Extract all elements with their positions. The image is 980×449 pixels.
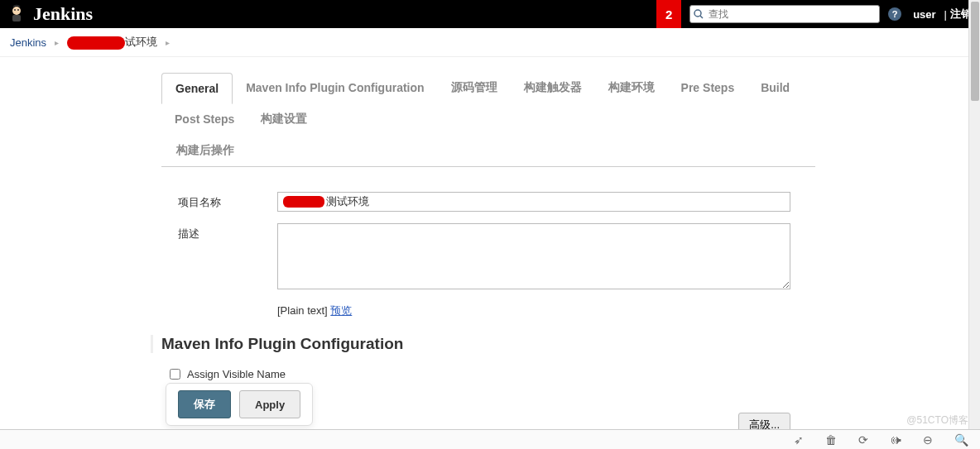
- chevron-right-icon: ▸: [166, 38, 170, 47]
- breadcrumb: Jenkins ▸ 试环境 ▸: [0, 28, 980, 57]
- vertical-scrollbar[interactable]: [968, 0, 980, 429]
- preview-link[interactable]: 预览: [330, 304, 352, 317]
- svg-point-4: [694, 10, 701, 17]
- chevron-right-icon: ▸: [55, 38, 59, 47]
- breadcrumb-root[interactable]: Jenkins: [10, 36, 46, 49]
- top-bar: Jenkins 2 ? user | 注销: [0, 0, 980, 28]
- search-input[interactable]: [689, 5, 880, 23]
- redacted-icon: [67, 36, 125, 50]
- tab-pre-steps[interactable]: Pre Steps: [668, 73, 748, 103]
- svg-rect-1: [12, 15, 21, 21]
- volume-icon[interactable]: 🕪: [890, 433, 901, 447]
- notification-badge[interactable]: 2: [656, 0, 681, 28]
- tab-triggers[interactable]: 构建触发器: [511, 72, 595, 103]
- apply-button[interactable]: Apply: [239, 390, 300, 418]
- description-format-row: [Plain text] 预览: [277, 303, 815, 318]
- brand-text: Jenkins: [33, 3, 93, 25]
- breadcrumb-item[interactable]: 试环境: [67, 35, 157, 50]
- separator: |: [944, 8, 947, 21]
- project-name-label: 项目名称: [178, 192, 277, 212]
- trash-icon[interactable]: 🗑: [825, 433, 837, 447]
- user-link[interactable]: user: [913, 8, 935, 21]
- zoom-icon[interactable]: 🔍: [954, 433, 968, 447]
- jenkins-logo-icon: [7, 4, 26, 24]
- svg-point-3: [17, 9, 19, 11]
- project-name-input[interactable]: 测试环境: [277, 192, 790, 212]
- tab-scm[interactable]: 源码管理: [438, 72, 511, 103]
- tab-general[interactable]: General: [161, 73, 233, 104]
- svg-line-5: [700, 16, 703, 18]
- tab-maven-info[interactable]: Maven Info Plugin Configuration: [233, 73, 437, 103]
- tab-post-build[interactable]: 构建后操作: [163, 135, 815, 166]
- description-label: 描述: [178, 223, 277, 292]
- svg-point-2: [14, 9, 16, 11]
- description-textarea[interactable]: [277, 223, 790, 289]
- tab-post-steps[interactable]: Post Steps: [161, 104, 247, 134]
- help-icon[interactable]: ?: [888, 7, 901, 21]
- tabs: General Maven Info Plugin Configuration …: [161, 72, 815, 166]
- assign-visible-name-label: Assign Visible Name: [187, 368, 286, 380]
- tab-build[interactable]: Build: [747, 73, 803, 103]
- svg-point-0: [12, 7, 21, 15]
- section-title-maven-info: Maven Info Plugin Configuration: [151, 335, 815, 353]
- tab-build-env[interactable]: 构建环境: [595, 72, 668, 103]
- save-button[interactable]: 保存: [178, 390, 231, 418]
- tab-build-settings[interactable]: 构建设置: [247, 103, 320, 135]
- logo-wrap[interactable]: Jenkins: [7, 3, 93, 25]
- zoom-out-icon[interactable]: ⊖: [923, 433, 933, 447]
- watermark: @51CTO博客: [906, 413, 968, 428]
- assign-visible-name-checkbox[interactable]: [170, 369, 180, 380]
- search-icon: [694, 9, 704, 19]
- floating-action-buttons: 保存 Apply: [166, 383, 313, 426]
- redacted-icon: [283, 196, 324, 208]
- search-wrap: [689, 5, 880, 23]
- refresh-icon[interactable]: ⟳: [858, 433, 868, 447]
- os-taskbar: ➶ 🗑 ⟳ 🕪 ⊖ 🔍: [0, 429, 980, 449]
- rocket-icon[interactable]: ➶: [794, 433, 804, 447]
